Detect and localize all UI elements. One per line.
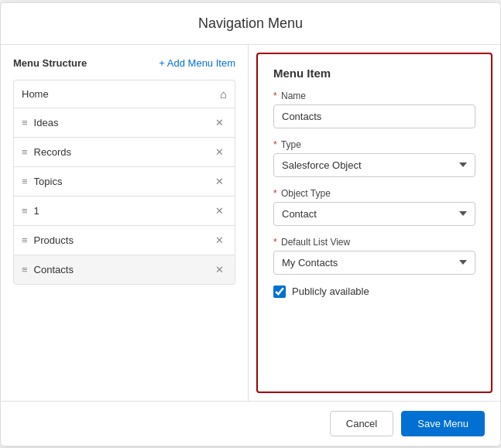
- drag-icon: ≡: [22, 117, 28, 128]
- left-panel-header: Menu Structure + Add Menu Item: [13, 57, 235, 69]
- remove-item-icon[interactable]: ✕: [212, 115, 227, 130]
- menu-item-row-contacts[interactable]: ≡ Contacts ✕: [13, 255, 235, 285]
- drag-icon: ≡: [22, 146, 28, 158]
- menu-item-label: Ideas: [34, 117, 212, 128]
- menu-list: Home ⌂ ≡ Ideas ✕ ≡ Records ✕ ≡: [13, 80, 235, 285]
- drag-icon: ≡: [22, 205, 28, 217]
- drag-icon: ≡: [22, 264, 28, 275]
- menu-item-label: Products: [34, 234, 212, 246]
- home-icon: ⌂: [220, 87, 227, 101]
- drag-icon: ≡: [22, 176, 28, 187]
- menu-item-row[interactable]: ≡ Records ✕: [13, 137, 235, 166]
- object-type-label: * Object Type: [273, 188, 475, 199]
- name-field-group: * Name: [273, 91, 475, 128]
- menu-item-section-title: Menu Item: [273, 67, 475, 80]
- default-list-view-label: * Default List View: [273, 237, 475, 248]
- object-type-select[interactable]: Contact Account Lead Opportunity: [273, 202, 475, 226]
- menu-item-row[interactable]: ≡ 1 ✕: [13, 196, 235, 225]
- navigation-menu-modal: Navigation Menu Menu Structure + Add Men…: [0, 2, 501, 446]
- menu-item-row[interactable]: ≡ Products ✕: [13, 225, 235, 255]
- right-panel: Menu Item * Name * Type Salesforce Objec…: [256, 53, 492, 393]
- default-list-view-field-group: * Default List View My Contacts All Cont…: [273, 237, 475, 275]
- menu-item-row[interactable]: ≡ Topics ✕: [13, 166, 235, 196]
- menu-item-label: 1: [34, 205, 212, 217]
- default-list-view-select[interactable]: My Contacts All Contacts Recently Viewed: [273, 251, 475, 275]
- type-select[interactable]: Salesforce Object URL Event Global Actio…: [273, 153, 475, 177]
- publicly-available-checkbox[interactable]: [273, 286, 286, 298]
- publicly-available-row: Publicly available: [273, 286, 475, 298]
- left-panel: Menu Structure + Add Menu Item Home ⌂ ≡ …: [1, 45, 249, 401]
- menu-item-row[interactable]: Home ⌂: [13, 80, 235, 108]
- menu-item-label: Topics: [34, 176, 212, 187]
- menu-item-label: Contacts: [34, 264, 212, 275]
- remove-item-icon[interactable]: ✕: [212, 233, 227, 248]
- remove-item-icon[interactable]: ✕: [212, 174, 227, 189]
- cancel-button[interactable]: Cancel: [330, 411, 393, 436]
- save-menu-button[interactable]: Save Menu: [401, 411, 485, 436]
- type-label: * Type: [273, 139, 475, 150]
- add-menu-item-button[interactable]: + Add Menu Item: [159, 57, 235, 69]
- menu-item-label: Home: [22, 88, 220, 100]
- menu-item-label: Records: [34, 146, 212, 158]
- remove-item-icon[interactable]: ✕: [212, 203, 227, 218]
- remove-item-icon[interactable]: ✕: [212, 262, 227, 277]
- modal-title: Navigation Menu: [16, 15, 485, 32]
- menu-structure-label: Menu Structure: [13, 57, 87, 69]
- name-input[interactable]: [273, 104, 475, 128]
- remove-item-icon[interactable]: ✕: [212, 145, 227, 159]
- drag-icon: ≡: [22, 234, 28, 246]
- name-label: * Name: [273, 91, 475, 101]
- modal-body: Menu Structure + Add Menu Item Home ⌂ ≡ …: [1, 45, 500, 401]
- modal-header: Navigation Menu: [1, 3, 500, 45]
- modal-footer: Cancel Save Menu: [1, 401, 500, 446]
- type-field-group: * Type Salesforce Object URL Event Globa…: [273, 139, 475, 177]
- publicly-available-label[interactable]: Publicly available: [292, 286, 369, 297]
- menu-item-row[interactable]: ≡ Ideas ✕: [13, 108, 235, 137]
- object-type-field-group: * Object Type Contact Account Lead Oppor…: [273, 188, 475, 226]
